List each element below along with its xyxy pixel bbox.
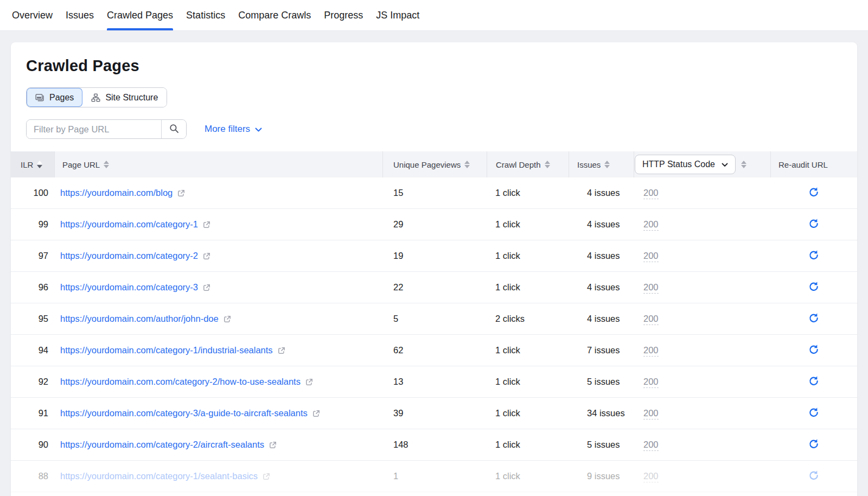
nav-tab[interactable]: Issues bbox=[66, 0, 94, 30]
chevron-down-icon bbox=[722, 160, 728, 169]
http-status-value[interactable]: 200 bbox=[643, 377, 659, 388]
re-audit-button[interactable] bbox=[806, 185, 821, 201]
sort-icon-crawl-depth[interactable] bbox=[545, 161, 550, 168]
page-url-link[interactable]: https://yourdomain.com/author/john-doe bbox=[60, 314, 219, 324]
external-link-icon[interactable] bbox=[278, 347, 285, 354]
nav-tab[interactable]: Progress bbox=[324, 0, 363, 30]
external-link-icon[interactable] bbox=[269, 441, 277, 449]
http-status-value[interactable]: 200 bbox=[643, 345, 659, 357]
nav-tab-label: Overview bbox=[12, 10, 53, 21]
table-row: 91 https://yourdomain.com/category-3/a-g… bbox=[11, 398, 857, 429]
refresh-icon bbox=[808, 218, 819, 231]
http-status-code-dropdown[interactable]: HTTP Status Code bbox=[635, 155, 736, 174]
page-url-link[interactable]: https://yourdomain.com/category-1 bbox=[60, 219, 198, 230]
refresh-icon bbox=[808, 376, 819, 388]
http-status-value[interactable]: 200 bbox=[643, 440, 659, 451]
refresh-icon bbox=[808, 313, 819, 325]
page-url-link[interactable]: https://yourdomain.com/category-1/indust… bbox=[60, 345, 273, 355]
page-url-link[interactable]: https://yourdomain.com/category-1/sealan… bbox=[60, 471, 258, 481]
page-url-link[interactable]: https://yourdomain.com/category-3 bbox=[60, 282, 198, 292]
sort-icon-issues[interactable] bbox=[604, 161, 610, 168]
nav-tab[interactable]: Overview bbox=[12, 0, 53, 30]
external-link-icon[interactable] bbox=[203, 252, 210, 260]
crawl-depth-value: 1 click bbox=[487, 282, 569, 292]
http-status-value[interactable]: 200 bbox=[643, 282, 659, 294]
http-status-value[interactable]: 200 bbox=[643, 471, 659, 482]
sort-icon-http-status[interactable] bbox=[741, 161, 746, 168]
re-audit-button[interactable] bbox=[806, 216, 821, 233]
column-header-ilr[interactable]: ILR bbox=[11, 151, 54, 177]
external-link-icon[interactable] bbox=[305, 378, 313, 386]
refresh-icon bbox=[808, 470, 819, 482]
nav-tab-label: Issues bbox=[66, 10, 94, 21]
page-url-link[interactable]: https://yourdomain.com/category-2 bbox=[60, 251, 198, 261]
crawl-depth-value: 1 click bbox=[487, 219, 569, 230]
column-header-re-audit-url: Re-audit URL bbox=[770, 151, 857, 177]
table-row: 100 https://yourdomain.com/blog 15 1 cli… bbox=[11, 177, 857, 209]
search-button[interactable] bbox=[161, 120, 186, 138]
http-status-value[interactable]: 200 bbox=[643, 251, 659, 262]
pages-toggle-button[interactable]: Pages bbox=[27, 88, 82, 107]
issues-value: 4 issues bbox=[569, 314, 634, 324]
column-header-issues[interactable]: Issues bbox=[569, 151, 634, 177]
issues-value: 4 issues bbox=[569, 188, 634, 198]
external-link-icon[interactable] bbox=[312, 410, 320, 417]
http-status-value[interactable]: 200 bbox=[643, 408, 659, 419]
external-link-icon[interactable] bbox=[263, 473, 270, 480]
re-audit-button[interactable] bbox=[806, 279, 821, 296]
sort-icon-unique-pageviews[interactable] bbox=[464, 161, 470, 168]
external-link-icon[interactable] bbox=[203, 221, 210, 228]
nav-tab[interactable]: JS Impact bbox=[376, 0, 419, 30]
http-status-value[interactable]: 200 bbox=[643, 219, 659, 231]
re-audit-button[interactable] bbox=[806, 405, 821, 422]
ilr-value: 94 bbox=[11, 345, 54, 355]
sort-icon-ilr[interactable] bbox=[37, 161, 42, 168]
re-audit-button[interactable] bbox=[806, 247, 821, 264]
column-header-unique-pageviews[interactable]: Unique Pageviews bbox=[382, 151, 487, 177]
filter-row: More filters bbox=[26, 119, 857, 139]
re-audit-button[interactable] bbox=[806, 436, 821, 453]
re-audit-button[interactable] bbox=[806, 342, 821, 359]
more-filters-button[interactable]: More filters bbox=[205, 124, 262, 135]
issues-value: 4 issues bbox=[569, 251, 634, 261]
page-url-link[interactable]: https://yourdomain.com/category-2/aircra… bbox=[60, 440, 264, 450]
external-link-icon[interactable] bbox=[177, 189, 185, 197]
re-audit-button[interactable] bbox=[806, 310, 821, 327]
external-link-icon[interactable] bbox=[224, 315, 231, 323]
unique-pageviews-value: 39 bbox=[382, 408, 487, 418]
column-header-page-url[interactable]: Page URL bbox=[54, 151, 382, 177]
re-audit-button[interactable] bbox=[806, 373, 821, 390]
nav-tab[interactable]: Compare Crawls bbox=[238, 0, 311, 30]
nav-tab[interactable]: Statistics bbox=[186, 0, 225, 30]
page-url-filter-input[interactable] bbox=[27, 120, 161, 138]
top-nav: Overview Issues Crawled Pages Statistics… bbox=[0, 0, 868, 31]
site-structure-toggle-label: Site Structure bbox=[105, 93, 158, 103]
nav-tab[interactable]: Crawled Pages bbox=[107, 0, 173, 30]
page-url-link[interactable]: https://yourdomain.com.com/category-2/ho… bbox=[60, 377, 301, 387]
sort-icon-page-url[interactable] bbox=[104, 161, 109, 168]
nav-tab-label: Statistics bbox=[186, 10, 225, 21]
refresh-icon bbox=[808, 344, 819, 357]
page-url-link[interactable]: https://yourdomain.com/blog bbox=[60, 188, 173, 198]
http-status-value[interactable]: 200 bbox=[643, 188, 659, 199]
page-url-link[interactable]: https://yourdomain.com/category-3/a-guid… bbox=[60, 408, 308, 418]
view-toggle: Pages Site Structure bbox=[26, 87, 167, 107]
re-audit-button[interactable] bbox=[806, 468, 821, 485]
crawl-depth-value: 1 click bbox=[487, 471, 569, 481]
refresh-icon bbox=[808, 438, 819, 451]
site-structure-toggle-button[interactable]: Site Structure bbox=[82, 88, 167, 107]
chevron-down-icon bbox=[255, 124, 262, 135]
refresh-icon bbox=[808, 187, 819, 199]
table-header: ILR Page URL Unique Pageviews bbox=[11, 151, 857, 177]
nav-tab-label: JS Impact bbox=[376, 10, 419, 21]
issues-value: 5 issues bbox=[569, 440, 634, 450]
column-header-crawl-depth[interactable]: Crawl Depth bbox=[487, 151, 569, 177]
http-status-value[interactable]: 200 bbox=[643, 314, 659, 325]
table-row: 92 https://yourdomain.com.com/category-2… bbox=[11, 366, 857, 398]
unique-pageviews-value: 1 bbox=[382, 471, 487, 481]
external-link-icon[interactable] bbox=[203, 284, 210, 291]
issues-value: 5 issues bbox=[569, 377, 634, 387]
ilr-value: 100 bbox=[11, 188, 54, 198]
crawl-depth-value: 1 click bbox=[487, 345, 569, 355]
url-filter-group bbox=[26, 119, 187, 139]
